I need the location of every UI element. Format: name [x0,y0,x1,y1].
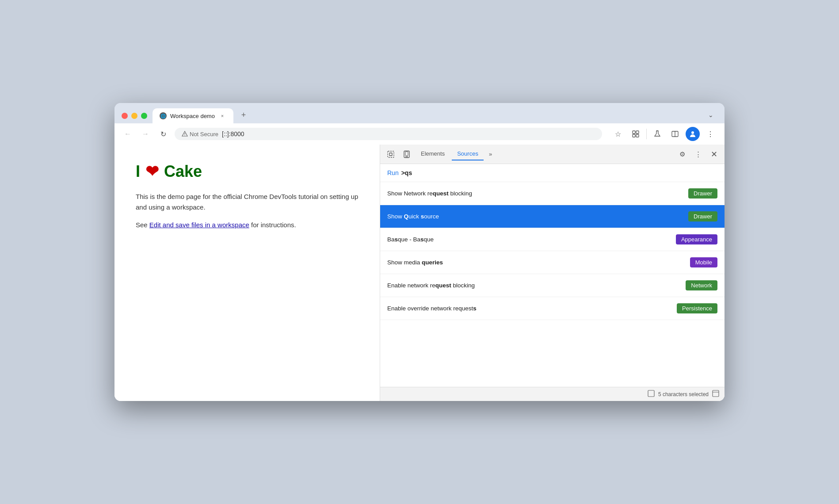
svg-point-9 [691,131,694,134]
extensions-button[interactable] [629,127,643,141]
expand-bottom-icon [712,390,719,397]
command-badge-5[interactable]: Persistence [677,303,717,313]
warning-icon [182,131,188,137]
tab-favicon: 🌐 [160,112,167,119]
extensions-icon [632,130,640,138]
device-icon [403,150,411,158]
chrome-menu-button[interactable]: ⋮ [703,127,717,141]
maximize-traffic-light[interactable] [141,113,147,119]
address-bar: ← → ↻ Not Secure [::]:8000 ☆ [114,123,725,145]
heading-i: I [136,162,140,181]
page-heading: I ❤ Cake [136,162,358,181]
command-badge-3[interactable]: Mobile [690,257,717,267]
bottom-bar-right: 5 characters selected [648,390,719,398]
svg-rect-16 [713,390,719,397]
devtools-settings-button[interactable]: ⚙ [675,147,689,161]
url-text: [::]:8000 [222,130,244,137]
command-label-5: Enable override network requests [387,305,677,312]
command-badge-4[interactable]: Network [686,280,717,290]
command-list: Show Network request blocking Drawer Sho… [380,182,725,387]
command-badge-0[interactable]: Drawer [688,188,717,199]
lab-icon [653,130,661,138]
active-tab[interactable]: 🌐 Workspace demo × [153,108,233,123]
command-label-0: Show Network request blocking [387,190,688,197]
address-input[interactable]: Not Secure [::]:8000 [175,128,602,140]
command-item-2[interactable]: Basque - Basque Appearance [380,228,725,251]
command-item-5[interactable]: Enable override network requests Persist… [380,297,725,320]
svg-rect-5 [636,134,639,137]
devtools-bottom-bar: 5 characters selected [380,387,725,401]
svg-rect-15 [648,390,654,397]
reload-button[interactable]: ↻ [157,128,169,140]
command-input[interactable]: >qs [401,169,412,176]
page-paragraph-1: This is the demo page for the official C… [136,191,358,213]
command-item-4[interactable]: Enable network request blocking Network [380,274,725,297]
command-badge-1[interactable]: Drawer [688,211,717,221]
tab-elements[interactable]: Elements [416,148,450,160]
workspace-link[interactable]: Edit and save files in a workspace [149,221,249,229]
tab-close-button[interactable]: × [218,112,226,120]
device-toggle-button[interactable] [400,147,414,161]
profile-button[interactable] [686,127,700,141]
command-badge-2[interactable]: Appearance [676,234,717,244]
page-paragraph-2: See Edit and save files in a workspace f… [136,220,358,230]
console-prompt-icon [648,390,655,397]
svg-rect-14 [405,152,408,156]
browser-toolbar-icons: ☆ [611,127,717,141]
command-item-0[interactable]: Show Network request blocking Drawer [380,182,725,205]
svg-rect-4 [633,134,635,137]
minimize-traffic-light[interactable] [131,113,137,119]
selection-status: 5 characters selected [658,391,709,397]
command-palette: Run >qs [380,164,725,182]
split-view-icon [671,130,679,138]
not-secure-indicator: Not Secure [182,131,218,137]
devtools-close-button[interactable]: ✕ [707,147,721,161]
console-icon-bottom [648,390,655,398]
profile-icon [689,130,697,138]
lab-button[interactable] [650,127,664,141]
svg-point-1 [184,135,185,136]
heading-cake: Cake [164,162,202,181]
close-traffic-light[interactable] [122,113,128,119]
inspect-element-button[interactable] [384,147,398,161]
forward-button[interactable]: → [139,128,152,140]
heading-heart: ❤ [145,162,159,181]
run-label: Run [387,169,399,176]
inspect-icon [387,150,395,158]
split-view-button[interactable] [668,127,682,141]
command-item-1[interactable]: Show Quick source Drawer [380,205,725,228]
devtools-more-options-button[interactable]: ⋮ [691,147,705,161]
tab-bar: 🌐 Workspace demo × + [153,108,699,123]
more-tabs-button[interactable]: » [485,149,496,159]
svg-rect-2 [633,131,635,134]
tab-strip-chevron[interactable]: ⌄ [704,108,717,122]
tab-title: Workspace demo [170,113,215,119]
content-area: I ❤ Cake This is the demo page for the o… [114,145,725,401]
webpage-content: I ❤ Cake This is the demo page for the o… [114,145,380,401]
browser-window: 🌐 Workspace demo × + ⌄ ← → ↻ Not Secure … [114,103,725,401]
svg-rect-3 [636,131,639,134]
tab-sources[interactable]: Sources [452,148,484,160]
devtools-toolbar: Elements Sources » ⚙ ⋮ ✕ [380,145,725,164]
new-tab-button[interactable]: + [237,108,250,122]
toolbar-divider [646,129,647,139]
command-label-4: Enable network request blocking [387,282,686,289]
command-item-3[interactable]: Show media queries Mobile [380,251,725,274]
svg-rect-10 [388,151,394,157]
svg-rect-11 [389,153,392,156]
title-bar: 🌐 Workspace demo × + ⌄ [114,103,725,123]
expand-icon[interactable] [712,390,719,398]
traffic-lights [122,113,147,119]
command-label-3: Show media queries [387,259,690,266]
back-button[interactable]: ← [122,128,134,140]
command-label-1: Show Quick source [387,213,688,220]
bookmark-star-button[interactable]: ☆ [611,127,625,141]
devtools-panel: Elements Sources » ⚙ ⋮ ✕ Run >qs Show Ne… [380,145,725,401]
command-label-2: Basque - Basque [387,236,676,243]
